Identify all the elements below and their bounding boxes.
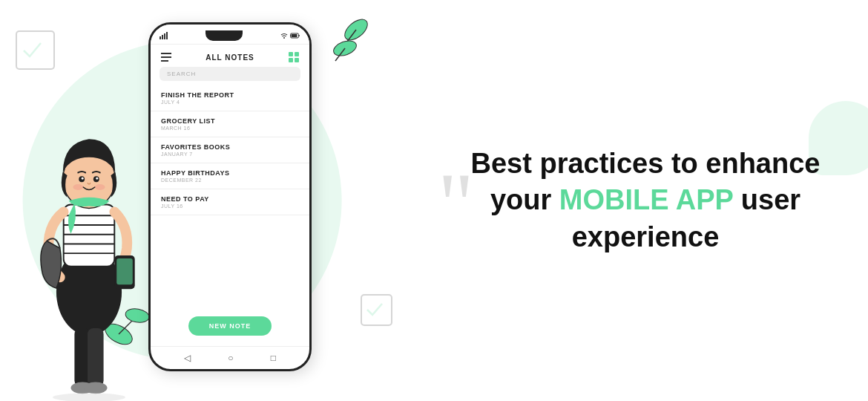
note-title-3: HAPPY BIRTHDAYS <box>161 169 299 177</box>
note-item-0[interactable]: FINISH THE REPORT JULY 4 <box>151 85 309 111</box>
phone-app-title: ALL NOTES <box>206 53 254 62</box>
note-item-4[interactable]: NEED TO PAY JULY 16 <box>151 189 309 215</box>
note-title-2: FAVORITES BOOKS <box>161 143 299 151</box>
svg-point-28 <box>53 393 125 401</box>
phone-notch <box>206 30 243 41</box>
right-section: " Best practices to enhance your MOBILE … <box>415 116 868 285</box>
nav-home-icon[interactable]: ○ <box>228 353 233 363</box>
svg-point-25 <box>96 177 98 180</box>
note-date-0: JULY 4 <box>161 100 299 105</box>
note-date-3: DECEMBER 22 <box>161 177 299 183</box>
phone-right-status <box>280 33 300 39</box>
phone-navigation-bar: ◁ ○ □ <box>151 346 309 369</box>
new-note-section: NEW NOTE <box>151 306 309 346</box>
note-title-4: NEED TO PAY <box>161 195 299 203</box>
svg-rect-17 <box>116 258 133 284</box>
phone-status-bar <box>151 25 309 45</box>
svg-rect-19 <box>88 328 104 386</box>
headline-part2: your <box>490 184 551 215</box>
note-date-2: JANUARY 7 <box>161 151 299 157</box>
deco-checklist-bottom <box>360 293 393 327</box>
note-item-2[interactable]: FAVORITES BOOKS JANUARY 7 <box>151 137 309 163</box>
svg-point-31 <box>283 37 285 39</box>
headline-part3: user <box>741 184 800 215</box>
nav-back-icon[interactable]: ◁ <box>184 353 191 363</box>
note-title-0: FINISH THE REPORT <box>161 91 299 99</box>
svg-point-21 <box>84 382 107 394</box>
phone-app-header: ALL NOTES <box>151 45 309 67</box>
phone-mockup: ALL NOTES SEARCH FINISH THE REPORT JULY … <box>148 22 312 371</box>
svg-point-26 <box>73 184 83 190</box>
search-bar[interactable]: SEARCH <box>160 67 300 81</box>
person-illustration <box>15 45 163 401</box>
headline-part1: Best practices to enhance <box>471 148 821 179</box>
nav-recent-icon[interactable]: □ <box>271 353 276 363</box>
note-item-3[interactable]: HAPPY BIRTHDAYS DECEMBER 22 <box>151 163 309 189</box>
new-note-button[interactable]: NEW NOTE <box>188 316 272 336</box>
notes-list: FINISH THE REPORT JULY 4 GROCERY LIST MA… <box>151 85 309 306</box>
note-item-1[interactable]: GROCERY LIST MARCH 16 <box>151 111 309 137</box>
menu-hamburger-icon[interactable] <box>161 53 171 62</box>
headline-highlight: MOBILE APP <box>559 184 733 215</box>
grid-view-icon[interactable] <box>289 52 299 62</box>
wifi-icon <box>280 33 288 39</box>
battery-icon <box>290 33 300 39</box>
left-section: ALL NOTES SEARCH FINISH THE REPORT JULY … <box>0 0 415 401</box>
leaf-top-right <box>319 7 378 74</box>
signal-icon <box>160 32 168 39</box>
note-date-4: JULY 16 <box>161 203 299 209</box>
headline-part4: experience <box>572 221 720 252</box>
svg-point-24 <box>82 177 84 180</box>
note-date-1: MARCH 16 <box>161 125 299 131</box>
svg-rect-33 <box>292 34 297 37</box>
svg-point-27 <box>95 184 105 190</box>
headline: Best practices to enhance your MOBILE AP… <box>460 146 831 255</box>
note-title-1: GROCERY LIST <box>161 117 299 125</box>
